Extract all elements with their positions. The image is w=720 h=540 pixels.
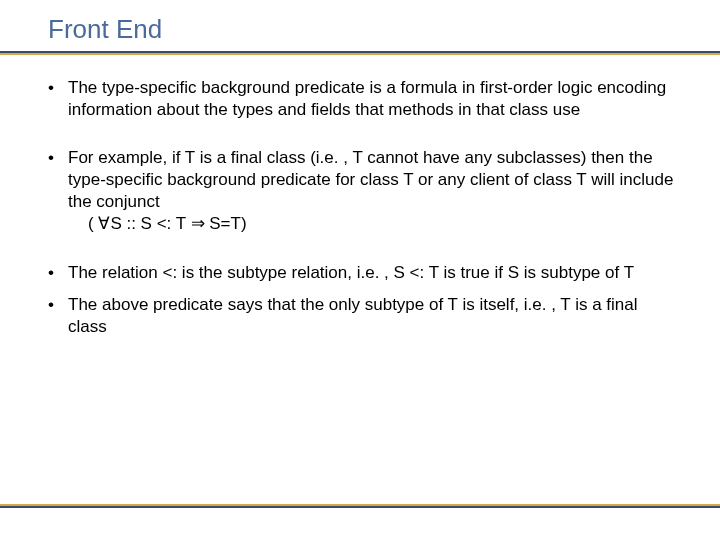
- title-area: Front End: [0, 0, 720, 45]
- bullet-text: The relation <: is the subtype relation,…: [68, 263, 634, 282]
- bullet-text: For example, if T is a final class (i.e.…: [68, 148, 673, 211]
- bullet-text: The above predicate says that the only s…: [68, 295, 638, 336]
- slide: Front End The type-specific background p…: [0, 0, 720, 540]
- bullet-item: The relation <: is the subtype relation,…: [40, 262, 680, 284]
- bullet-item: The type-specific background predicate i…: [40, 77, 680, 121]
- bullet-item: For example, if T is a final class (i.e.…: [40, 147, 680, 235]
- bullet-list: The type-specific background predicate i…: [40, 77, 680, 338]
- bullet-item: The above predicate says that the only s…: [40, 294, 680, 338]
- content-area: The type-specific background predicate i…: [0, 55, 720, 338]
- formula-text: ( ∀S :: S <: T ⇒ S=T): [68, 214, 247, 233]
- footer-line-dark: [0, 506, 720, 508]
- slide-title: Front End: [48, 14, 720, 45]
- bullet-text: The type-specific background predicate i…: [68, 78, 666, 119]
